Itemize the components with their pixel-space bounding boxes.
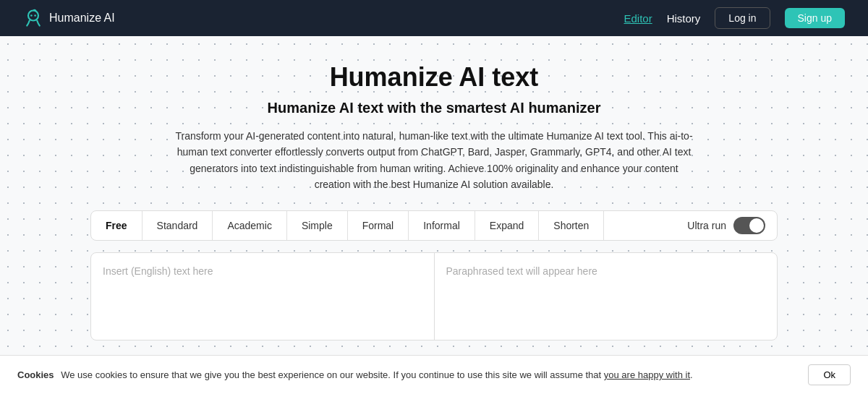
svg-point-2 [34,14,36,17]
brand: Humanize AI [23,8,115,28]
nav-editor-link[interactable]: Editor [624,12,652,25]
tab-free[interactable]: Free [91,211,142,240]
brand-icon [23,8,43,28]
mode-tabs: Free Standard Academic Simple Formal Inf… [90,210,778,241]
tab-formal[interactable]: Formal [348,211,409,240]
cookie-ok-button[interactable]: Ok [808,364,851,385]
tab-academic[interactable]: Academic [213,211,286,240]
brand-name: Humanize AI [49,12,115,25]
main-content: Humanize AI text Humanize AI text with t… [0,36,868,341]
signup-button[interactable]: Sign up [785,8,845,28]
nav-history-link[interactable]: History [667,12,701,25]
login-button[interactable]: Log in [715,7,770,29]
tab-simple[interactable]: Simple [287,211,348,240]
svg-point-1 [30,14,33,17]
tab-shorten[interactable]: Shorten [539,211,604,240]
cookie-banner: Cookies We use cookies to ensure that we… [0,355,868,394]
output-placeholder: Paraphrased text will appear here [446,265,597,277]
ultra-run-section: Ultra run [676,217,777,234]
text-areas: Insert (English) text here Paraphrased t… [90,252,778,341]
page-title: Humanize AI text [330,62,539,93]
page-subtitle: Humanize AI text with the smartest AI hu… [268,100,601,116]
input-placeholder: Insert (English) text here [103,265,213,277]
svg-point-0 [28,11,38,21]
toggle-knob [749,218,764,233]
input-panel[interactable]: Insert (English) text here [91,253,435,340]
tab-informal[interactable]: Informal [409,211,475,240]
cookie-label: Cookies [17,369,54,380]
navbar-right: Editor History Log in Sign up [624,7,846,29]
tab-expand[interactable]: Expand [475,211,539,240]
ultra-run-toggle[interactable] [733,217,765,234]
page-description: Transform your AI-generated content into… [174,128,694,193]
output-panel: Paraphrased text will appear here [435,253,778,340]
navbar: Humanize AI Editor History Log in Sign u… [0,0,868,36]
tab-standard[interactable]: Standard [142,211,213,240]
cookie-link[interactable]: you are happy with it [604,369,690,380]
cookie-body-text: We use cookies to ensure that we give yo… [61,369,601,380]
ultra-run-label: Ultra run [687,220,726,231]
cookie-text: Cookies We use cookies to ensure that we… [17,369,796,380]
